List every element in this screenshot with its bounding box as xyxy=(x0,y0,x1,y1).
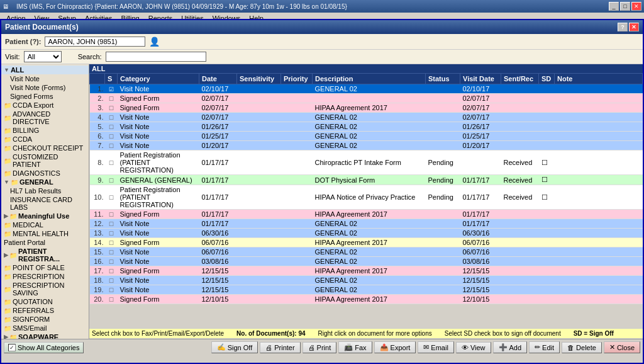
table-row[interactable]: 11. ☐ Signed Form 01/17/17 HIPAA Agreeme… xyxy=(90,210,643,219)
window-close-button[interactable]: ✕ xyxy=(631,2,641,11)
table-row[interactable]: 19. ☐ Visit Note 12/15/15 GENERAL 02 12/… xyxy=(90,285,643,295)
table-row[interactable]: 18. ☐ Visit Note 12/15/15 GENERAL 02 12/… xyxy=(90,276,643,285)
edit-button[interactable]: ✏Edit xyxy=(529,341,560,353)
row-checkbox-3[interactable]: ☐ xyxy=(105,113,118,122)
minimize-button[interactable]: _ xyxy=(609,2,619,11)
view-button[interactable]: 👁View xyxy=(456,342,491,353)
row-sd-18[interactable] xyxy=(539,285,555,295)
table-scroll-area[interactable]: S Category Date Sensitivity Priority Des… xyxy=(89,73,643,328)
row-checkbox-5[interactable]: ☐ xyxy=(105,132,118,141)
row-sd-3[interactable] xyxy=(539,113,555,122)
row-sd-12[interactable] xyxy=(539,229,555,238)
table-row[interactable]: 9. ☐ GENERAL (GENERAL) 01/17/17 DOT Phys… xyxy=(90,175,643,185)
export-button[interactable]: 📤Export xyxy=(374,341,416,353)
table-row[interactable]: 13. ☐ Visit Note 06/30/16 GENERAL 02 06/… xyxy=(90,229,643,238)
row-checkbox-16[interactable]: ☐ xyxy=(105,266,118,276)
row-sd-2[interactable] xyxy=(539,103,555,113)
sidebar-item-insurance-card-labs[interactable]: INSURANCE CARD LABS xyxy=(1,195,89,212)
row-sd-0[interactable] xyxy=(539,84,555,94)
sidebar-item-referrals[interactable]: 📁 REFERRALS xyxy=(1,306,89,315)
sidebar-item-diagnostics[interactable]: 📁 DIAGNOSTICS xyxy=(1,169,89,178)
sidebar-item-ccda-export[interactable]: 📁 CCDA Export xyxy=(1,101,89,110)
row-sd-5[interactable] xyxy=(539,132,555,141)
email-button[interactable]: ✉Email xyxy=(418,341,454,353)
row-checkbox-9[interactable]: ☐ xyxy=(105,185,118,210)
table-row[interactable]: 20. ☐ Signed Form 12/10/15 HIPAA Agreeme… xyxy=(90,295,643,304)
sidebar-item-visit-note-forms[interactable]: Visit Note (Forms) xyxy=(1,83,89,92)
row-checkbox-15[interactable]: ☐ xyxy=(105,257,118,266)
row-sd-13[interactable] xyxy=(539,238,555,247)
row-sd-17[interactable] xyxy=(539,276,555,285)
row-sd-1[interactable] xyxy=(539,94,555,103)
dialog-help-button[interactable]: ? xyxy=(618,23,628,31)
close-button[interactable]: ✕Close xyxy=(604,341,640,353)
row-checkbox-17[interactable]: ☐ xyxy=(105,276,118,285)
row-sd-9[interactable]: ☐ xyxy=(539,185,555,210)
row-sd-7[interactable]: ☐ xyxy=(539,151,555,175)
table-row[interactable]: 3. ☐ Signed Form 02/07/17 HIPAA Agreemen… xyxy=(90,103,643,113)
sidebar-item-mental-health[interactable]: 📁 MENTAL HEALTH xyxy=(1,229,89,238)
row-checkbox-10[interactable]: ☐ xyxy=(105,210,118,219)
sidebar-item-visit-note[interactable]: Visit Note xyxy=(1,74,89,83)
maximize-button[interactable]: □ xyxy=(620,2,630,11)
sidebar-item-hl7[interactable]: HL7 Lab Results xyxy=(1,186,89,195)
sidebar-item-signform[interactable]: 📁 SIGNFORM xyxy=(1,315,89,324)
sidebar-item-advanced-directive[interactable]: 📁 ADVANCED DIRECTIVE xyxy=(1,110,89,126)
table-row[interactable]: 10. ☐ Patient Registration(PATIENTREGIST… xyxy=(90,185,643,210)
sidebar-item-prescription[interactable]: 📁 PRESCRIPTION xyxy=(1,272,89,281)
dialog-close-button[interactable]: ✕ xyxy=(629,23,639,31)
row-sd-8[interactable]: ☐ xyxy=(539,175,555,185)
table-row[interactable]: 17. ☐ Signed Form 12/15/15 HIPAA Agreeme… xyxy=(90,266,643,276)
table-row[interactable]: 14. ☐ Signed Form 06/07/16 HIPAA Agreeme… xyxy=(90,238,643,247)
row-checkbox-11[interactable]: ☐ xyxy=(105,219,118,229)
row-sd-4[interactable] xyxy=(539,122,555,132)
fax-button[interactable]: 📠Fax xyxy=(338,341,372,353)
sidebar-item-customized[interactable]: 📁 CUSTOMIZED PATIENT xyxy=(1,152,89,169)
sidebar-item-quotation[interactable]: 📁 QUOTATION xyxy=(1,297,89,306)
sidebar-item-patient-reg[interactable]: ▶ 📁 PATIENT REGISTRA... xyxy=(1,247,89,263)
table-row[interactable]: 4. ☐ Visit Note 02/07/17 GENERAL 02 02/0… xyxy=(90,113,643,122)
table-row[interactable]: 5. ☐ Visit Note 01/26/17 GENERAL 02 01/2… xyxy=(90,122,643,132)
row-checkbox-6[interactable]: ☐ xyxy=(105,141,118,151)
table-row[interactable]: 16. ☐ Visit Note 03/08/16 GENERAL 02 03/… xyxy=(90,257,643,266)
sidebar-item-patient-portal[interactable]: Patient Portal xyxy=(1,238,89,247)
table-row[interactable]: 6. ☐ Visit Note 01/25/17 GENERAL 02 01/2… xyxy=(90,132,643,141)
sidebar-item-checkout[interactable]: 📁 CHECKOUT RECEIPT xyxy=(1,144,89,152)
row-checkbox-7[interactable]: ☐ xyxy=(105,151,118,175)
sidebar-item-prescription-saving[interactable]: 📁 PRESCRIPTION SAVING xyxy=(1,281,89,297)
row-checkbox-12[interactable]: ☐ xyxy=(105,229,118,238)
row-sd-14[interactable] xyxy=(539,247,555,257)
row-checkbox-13[interactable]: ☐ xyxy=(105,238,118,247)
table-row[interactable]: 15. ☐ Visit Note 06/07/16 GENERAL 02 06/… xyxy=(90,247,643,257)
row-sd-16[interactable] xyxy=(539,266,555,276)
row-sd-10[interactable] xyxy=(539,210,555,219)
row-checkbox-2[interactable]: ☐ xyxy=(105,103,118,113)
table-row[interactable]: 2. ☐ Signed Form 02/07/17 02/07/17 xyxy=(90,94,643,103)
print-button[interactable]: 🖨Print xyxy=(303,342,337,353)
table-row[interactable]: 1. ☑ Visit Note 02/10/17 GENERAL 02 02/1… xyxy=(90,84,643,94)
row-checkbox-4[interactable]: ☐ xyxy=(105,122,118,132)
patient-name-field[interactable] xyxy=(45,37,145,47)
sidebar-item-sms[interactable]: 📁 SMS/Email xyxy=(1,324,89,333)
visit-select[interactable]: All xyxy=(24,51,62,62)
show-all-categories-button[interactable]: Show All Categories xyxy=(4,342,84,353)
sidebar-item-ccda[interactable]: 📁 CCDA xyxy=(1,135,89,144)
sidebar-item-general[interactable]: ▼ 📁 GENERAL xyxy=(1,178,89,186)
delete-button[interactable]: 🗑Delete xyxy=(562,342,602,353)
add-button[interactable]: ➕Add xyxy=(493,341,528,353)
table-row[interactable]: 7. ☐ Visit Note 01/20/17 GENERAL 02 01/2… xyxy=(90,141,643,151)
show-all-checkbox[interactable] xyxy=(8,344,16,351)
sidebar-item-meaningful-use[interactable]: ▶ 📁 Meaningful Use xyxy=(1,212,89,220)
row-checkbox-18[interactable]: ☐ xyxy=(105,285,118,295)
row-checkbox-8[interactable]: ☐ xyxy=(105,175,118,185)
sidebar-item-medical[interactable]: 📁 MEDICAL xyxy=(1,220,89,229)
printer-button[interactable]: 🖨Printer xyxy=(260,342,300,353)
sidebar-item-billing[interactable]: 📁 BILLING xyxy=(1,126,89,135)
row-sd-19[interactable] xyxy=(539,295,555,304)
search-input[interactable] xyxy=(106,52,206,62)
sidebar-item-all[interactable]: ▼ ALL xyxy=(1,65,89,74)
row-checkbox-19[interactable]: ☐ xyxy=(105,295,118,304)
table-row[interactable]: 12. ☐ Visit Note 01/17/17 GENERAL 02 01/… xyxy=(90,219,643,229)
table-row[interactable]: 8. ☐ Patient Registration(PATIENTREGISTR… xyxy=(90,151,643,175)
sidebar-item-signed-forms[interactable]: Signed Forms xyxy=(1,92,89,101)
